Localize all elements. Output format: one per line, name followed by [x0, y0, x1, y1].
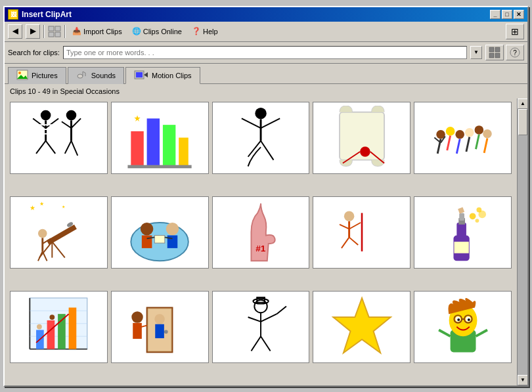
clip-item-12[interactable] [111, 291, 209, 363]
clip-item-11[interactable] [10, 291, 108, 363]
svg-rect-3 [55, 32, 60, 37]
pictures-tab-label: Pictures [32, 72, 58, 79]
clip-item-4[interactable] [313, 102, 410, 174]
search-bar: Search for clips: ▼ ? [5, 42, 527, 64]
help-icon: ❓ [192, 27, 201, 35]
clip-item-3[interactable] [212, 102, 310, 174]
svg-line-91 [340, 225, 349, 229]
svg-point-73 [38, 229, 47, 238]
svg-line-59 [456, 139, 460, 153]
clip-item-9[interactable] [313, 196, 410, 269]
search-help-button[interactable]: ? [506, 45, 524, 60]
clip-item-13[interactable] [212, 291, 310, 363]
svg-point-89 [344, 211, 355, 221]
svg-point-102 [475, 219, 479, 223]
clip-item-8[interactable]: #1 [212, 196, 310, 269]
svg-point-123 [154, 314, 165, 324]
svg-rect-1 [55, 26, 60, 31]
svg-point-140 [467, 318, 470, 321]
svg-point-55 [474, 125, 483, 135]
search-dropdown-button[interactable]: ▼ [470, 46, 482, 59]
search-input[interactable] [63, 46, 467, 59]
svg-rect-113 [58, 314, 66, 349]
search-categories-button[interactable] [485, 45, 504, 60]
window-icon: 🖼 [8, 9, 18, 20]
svg-line-34 [72, 141, 78, 155]
back-button[interactable]: ◀ [8, 24, 22, 39]
content-area: Clips 10 - 49 in Special Occasions [5, 83, 527, 385]
clip-item-5[interactable] [414, 102, 512, 174]
svg-line-92 [349, 223, 360, 229]
svg-point-48 [360, 146, 370, 157]
tab-motion-clips[interactable]: Motion Clips [125, 67, 200, 84]
scroll-track[interactable] [518, 109, 527, 375]
svg-rect-36 [147, 118, 160, 166]
clips-header: Clips 10 - 49 in Special Occasions [5, 84, 527, 98]
sounds-tab-label: Sounds [91, 72, 116, 79]
svg-rect-121 [133, 323, 142, 339]
clip-item-1[interactable] [10, 102, 108, 174]
svg-rect-6 [489, 53, 494, 58]
svg-rect-80 [142, 235, 152, 248]
svg-line-24 [36, 141, 46, 153]
svg-rect-2 [49, 32, 54, 37]
options-button[interactable]: ⊞ [506, 24, 524, 39]
svg-point-120 [131, 311, 143, 322]
maximize-button[interactable]: □ [502, 10, 512, 19]
svg-rect-5 [495, 47, 500, 52]
toolbar-separator-2 [64, 25, 66, 38]
help-label: Help [203, 28, 218, 35]
svg-rect-7 [495, 53, 500, 58]
scroll-down-button[interactable]: ▼ [518, 375, 527, 385]
svg-line-93 [342, 237, 349, 248]
clip-item-6[interactable]: ★ ★ ★ [10, 196, 108, 269]
svg-rect-35 [131, 131, 143, 166]
svg-rect-88 [361, 213, 363, 251]
svg-rect-4 [489, 47, 494, 52]
clip-item-14[interactable] [313, 291, 410, 363]
clips-online-label: Clips Online [143, 28, 182, 35]
import-clips-button[interactable]: 📥 Import Clips [69, 25, 125, 37]
clip-item-2[interactable] [111, 102, 209, 174]
svg-point-116 [50, 315, 55, 320]
svg-line-72 [53, 242, 65, 257]
tab-sounds[interactable]: Sounds [68, 67, 124, 84]
svg-point-41 [255, 108, 266, 119]
svg-point-139 [457, 318, 460, 321]
minimize-button[interactable]: _ [490, 10, 500, 19]
svg-line-43 [242, 118, 261, 128]
svg-point-20 [41, 110, 51, 121]
svg-line-15 [83, 72, 85, 73]
scroll-up-button[interactable]: ▲ [518, 98, 527, 109]
help-button[interactable]: ❓ Help [188, 25, 221, 37]
clips-online-button[interactable]: 🌐 Clips Online [129, 25, 185, 37]
import-clips-icon: 📥 [72, 27, 81, 35]
svg-line-61 [476, 135, 479, 149]
svg-point-125 [254, 300, 267, 313]
svg-line-76 [38, 251, 43, 261]
svg-rect-0 [49, 26, 54, 31]
forward-button[interactable]: ▶ [26, 24, 40, 39]
svg-rect-38 [179, 138, 188, 167]
motion-clips-tab-icon [134, 70, 148, 81]
clip-item-7[interactable] [111, 196, 209, 269]
svg-rect-68 [47, 225, 77, 245]
clip-item-15[interactable] [414, 291, 512, 363]
import-clips-label: Import Clips [83, 28, 122, 35]
svg-text:★: ★ [62, 205, 65, 209]
search-action-buttons: ? [485, 45, 524, 60]
svg-line-32 [62, 121, 72, 128]
tab-pictures[interactable]: Pictures [8, 67, 66, 84]
svg-line-130 [261, 336, 271, 351]
svg-rect-104 [454, 242, 468, 253]
svg-line-144 [439, 330, 450, 336]
window-title: Insert ClipArt [22, 10, 72, 19]
svg-marker-134 [333, 298, 390, 353]
close-button[interactable]: ✕ [514, 10, 524, 19]
clip-item-10[interactable] [414, 196, 512, 269]
svg-line-58 [447, 136, 450, 150]
scroll-thumb[interactable] [518, 109, 527, 135]
toolbar: ◀ ▶ 📥 Import Clips 🌐 Clips Online ❓ Help… [5, 22, 527, 42]
svg-point-119 [164, 330, 168, 334]
svg-rect-124 [155, 324, 164, 338]
